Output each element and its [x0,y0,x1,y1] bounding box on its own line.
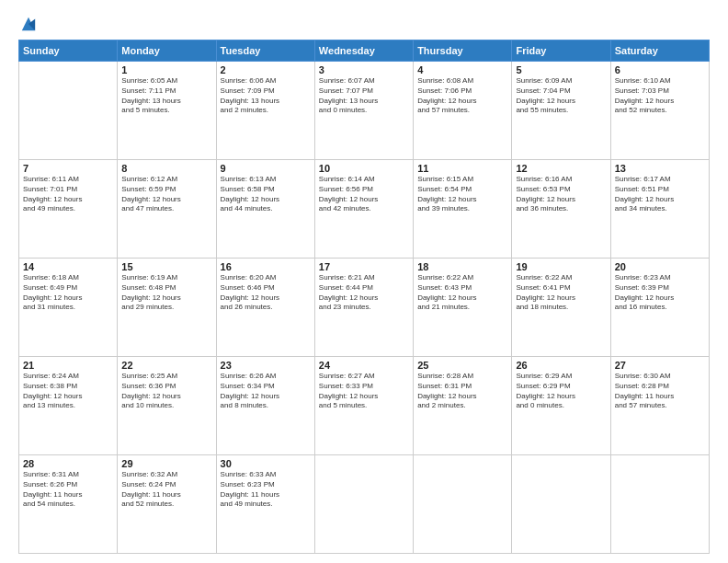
calendar-cell: 18Sunrise: 6:22 AM Sunset: 6:43 PM Dayli… [414,259,512,357]
day-number: 29 [121,458,211,469]
day-number: 16 [221,261,311,272]
day-number: 28 [23,458,113,469]
cell-daylight-info: Sunrise: 6:25 AM Sunset: 6:36 PM Dayligh… [121,372,211,411]
calendar-cell: 2Sunrise: 6:06 AM Sunset: 7:09 PM Daylig… [216,62,314,160]
day-number: 19 [516,261,606,272]
logo [18,15,37,32]
cell-daylight-info: Sunrise: 6:05 AM Sunset: 7:11 PM Dayligh… [121,76,211,116]
day-number: 5 [516,64,606,75]
calendar-cell: 19Sunrise: 6:22 AM Sunset: 6:41 PM Dayli… [512,259,610,357]
calendar-cell: 27Sunrise: 6:30 AM Sunset: 6:28 PM Dayli… [610,357,709,455]
cell-daylight-info: Sunrise: 6:21 AM Sunset: 6:44 PM Dayligh… [319,273,409,313]
calendar-cell: 23Sunrise: 6:26 AM Sunset: 6:34 PM Dayli… [216,357,314,455]
cell-daylight-info: Sunrise: 6:32 AM Sunset: 6:24 PM Dayligh… [121,470,211,510]
calendar-cell: 11Sunrise: 6:15 AM Sunset: 6:54 PM Dayli… [414,160,512,259]
calendar-cell [512,455,610,554]
calendar-cell: 3Sunrise: 6:07 AM Sunset: 7:07 PM Daylig… [314,62,413,160]
calendar-table: SundayMondayTuesdayWednesdayThursdayFrid… [18,40,710,554]
day-number: 9 [221,163,311,174]
calendar-body: 1Sunrise: 6:05 AM Sunset: 7:11 PM Daylig… [19,62,710,554]
calendar-cell [19,62,118,160]
cell-daylight-info: Sunrise: 6:26 AM Sunset: 6:34 PM Dayligh… [221,372,311,411]
cell-daylight-info: Sunrise: 6:10 AM Sunset: 7:03 PM Dayligh… [615,76,705,116]
calendar-cell: 28Sunrise: 6:31 AM Sunset: 6:26 PM Dayli… [19,455,118,554]
day-number: 7 [23,163,113,174]
day-number: 23 [221,360,311,371]
cell-daylight-info: Sunrise: 6:15 AM Sunset: 6:54 PM Dayligh… [417,175,507,214]
calendar-cell: 26Sunrise: 6:29 AM Sunset: 6:29 PM Dayli… [512,357,610,455]
calendar-cell: 29Sunrise: 6:32 AM Sunset: 6:24 PM Dayli… [118,455,216,554]
calendar-cell: 12Sunrise: 6:16 AM Sunset: 6:53 PM Dayli… [512,160,610,259]
calendar-cell: 4Sunrise: 6:08 AM Sunset: 7:06 PM Daylig… [414,62,512,160]
cell-daylight-info: Sunrise: 6:08 AM Sunset: 7:06 PM Dayligh… [417,76,507,116]
day-number: 3 [319,64,409,75]
calendar-cell: 17Sunrise: 6:21 AM Sunset: 6:44 PM Dayli… [314,259,413,357]
calendar-cell: 9Sunrise: 6:13 AM Sunset: 6:58 PM Daylig… [216,160,314,259]
calendar-cell: 5Sunrise: 6:09 AM Sunset: 7:04 PM Daylig… [512,62,610,160]
calendar-cell: 20Sunrise: 6:23 AM Sunset: 6:39 PM Dayli… [610,259,709,357]
day-number: 20 [615,261,705,272]
day-number: 17 [319,261,409,272]
cell-daylight-info: Sunrise: 6:22 AM Sunset: 6:41 PM Dayligh… [516,273,606,313]
calendar-cell: 14Sunrise: 6:18 AM Sunset: 6:49 PM Dayli… [19,259,118,357]
day-number: 2 [221,64,311,75]
day-header-wednesday: Wednesday [314,40,413,62]
day-number: 15 [121,261,211,272]
header [18,15,710,32]
calendar-cell: 21Sunrise: 6:24 AM Sunset: 6:38 PM Dayli… [19,357,118,455]
calendar-cell [414,455,512,554]
calendar-cell: 6Sunrise: 6:10 AM Sunset: 7:03 PM Daylig… [610,62,709,160]
calendar-cell: 7Sunrise: 6:11 AM Sunset: 7:01 PM Daylig… [19,160,118,259]
calendar-cell: 25Sunrise: 6:28 AM Sunset: 6:31 PM Dayli… [414,357,512,455]
cell-daylight-info: Sunrise: 6:20 AM Sunset: 6:46 PM Dayligh… [221,273,311,313]
day-number: 12 [516,163,606,174]
day-number: 10 [319,163,409,174]
calendar-cell [610,455,709,554]
calendar-cell: 24Sunrise: 6:27 AM Sunset: 6:33 PM Dayli… [314,357,413,455]
cell-daylight-info: Sunrise: 6:29 AM Sunset: 6:29 PM Dayligh… [516,372,606,411]
day-number: 26 [516,360,606,371]
day-number: 24 [319,360,409,371]
day-number: 6 [615,64,705,75]
calendar-cell: 15Sunrise: 6:19 AM Sunset: 6:48 PM Dayli… [118,259,216,357]
calendar-cell: 30Sunrise: 6:33 AM Sunset: 6:23 PM Dayli… [216,455,314,554]
cell-daylight-info: Sunrise: 6:09 AM Sunset: 7:04 PM Dayligh… [516,76,606,116]
calendar-cell: 13Sunrise: 6:17 AM Sunset: 6:51 PM Dayli… [610,160,709,259]
calendar-week-3: 14Sunrise: 6:18 AM Sunset: 6:49 PM Dayli… [19,259,710,357]
day-header-thursday: Thursday [414,40,512,62]
calendar-cell: 22Sunrise: 6:25 AM Sunset: 6:36 PM Dayli… [118,357,216,455]
calendar-cell: 8Sunrise: 6:12 AM Sunset: 6:59 PM Daylig… [118,160,216,259]
logo-icon [20,16,37,32]
day-number: 14 [23,261,113,272]
cell-daylight-info: Sunrise: 6:23 AM Sunset: 6:39 PM Dayligh… [615,273,705,313]
cell-daylight-info: Sunrise: 6:28 AM Sunset: 6:31 PM Dayligh… [417,372,507,411]
day-number: 21 [23,360,113,371]
day-number: 11 [417,163,507,174]
day-header-friday: Friday [512,40,610,62]
day-number: 22 [121,360,211,371]
cell-daylight-info: Sunrise: 6:17 AM Sunset: 6:51 PM Dayligh… [615,175,705,214]
day-header-tuesday: Tuesday [216,40,314,62]
day-number: 30 [221,458,311,469]
cell-daylight-info: Sunrise: 6:27 AM Sunset: 6:33 PM Dayligh… [319,372,409,411]
cell-daylight-info: Sunrise: 6:24 AM Sunset: 6:38 PM Dayligh… [23,372,113,411]
calendar-header-row: SundayMondayTuesdayWednesdayThursdayFrid… [19,40,710,62]
cell-daylight-info: Sunrise: 6:11 AM Sunset: 7:01 PM Dayligh… [23,175,113,214]
calendar-week-1: 1Sunrise: 6:05 AM Sunset: 7:11 PM Daylig… [19,62,710,160]
calendar-week-2: 7Sunrise: 6:11 AM Sunset: 7:01 PM Daylig… [19,160,710,259]
calendar-cell: 1Sunrise: 6:05 AM Sunset: 7:11 PM Daylig… [118,62,216,160]
day-header-monday: Monday [118,40,216,62]
cell-daylight-info: Sunrise: 6:06 AM Sunset: 7:09 PM Dayligh… [221,76,311,116]
cell-daylight-info: Sunrise: 6:18 AM Sunset: 6:49 PM Dayligh… [23,273,113,313]
cell-daylight-info: Sunrise: 6:07 AM Sunset: 7:07 PM Dayligh… [319,76,409,116]
day-number: 4 [417,64,507,75]
day-number: 13 [615,163,705,174]
day-number: 1 [121,64,211,75]
day-number: 27 [615,360,705,371]
day-header-saturday: Saturday [610,40,709,62]
calendar-cell [314,455,413,554]
cell-daylight-info: Sunrise: 6:14 AM Sunset: 6:56 PM Dayligh… [319,175,409,214]
day-number: 18 [417,261,507,272]
calendar-cell: 16Sunrise: 6:20 AM Sunset: 6:46 PM Dayli… [216,259,314,357]
day-number: 8 [121,163,211,174]
